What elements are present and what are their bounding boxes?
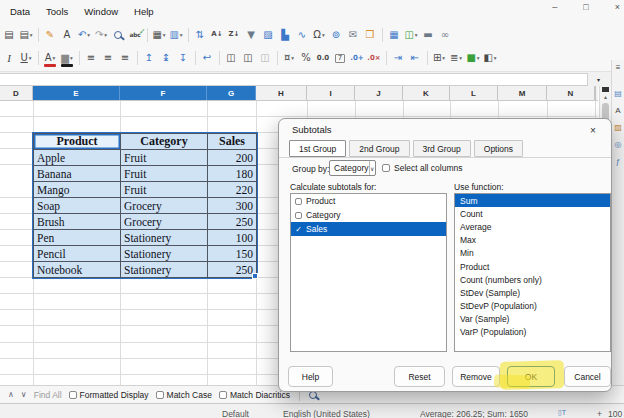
cell[interactable]: Stationery (121, 262, 208, 278)
column-header-D[interactable]: D (0, 86, 33, 100)
freeze-panes-icon[interactable]: ◫▾ (403, 26, 419, 44)
menu-item-data[interactable]: Data (10, 6, 30, 17)
column-header-L[interactable]: L (450, 86, 498, 100)
increase-indent-icon[interactable]: ⇥ (390, 49, 406, 67)
styles-icon[interactable]: A (615, 107, 620, 115)
cell[interactable]: Grocery (121, 198, 208, 214)
clear-formatting-icon[interactable]: A (59, 26, 75, 44)
scrollbar-split-handle[interactable] (602, 87, 609, 92)
sort-ascending-icon[interactable]: A↓ (209, 26, 225, 44)
sort-icon[interactable]: ⇅ (192, 26, 208, 44)
italic-icon[interactable]: I (1, 49, 17, 67)
scroll-up-icon[interactable]: ▲ (600, 94, 611, 100)
align-center-icon[interactable]: ≡ (100, 49, 116, 67)
column-header-I[interactable]: I (307, 86, 355, 100)
hyperlink-icon[interactable]: ⊚ (328, 26, 344, 44)
column-header-E[interactable]: E (33, 86, 120, 100)
copy-icon[interactable]: ▤ (1, 26, 17, 44)
function-option[interactable]: StDev (Sample) (455, 286, 610, 299)
insert-image-icon[interactable]: ▨ (260, 26, 276, 44)
unmerge-cells-icon[interactable]: ◫ (257, 49, 273, 67)
currency-format-icon[interactable]: ¤▾ (281, 49, 297, 67)
dropdown-caret-icon[interactable]: ▾ (163, 32, 166, 38)
function-option[interactable]: Var (Sample) (455, 313, 610, 326)
cell[interactable]: Pen (34, 230, 121, 246)
sort-descending-icon[interactable]: Z↓ (226, 26, 242, 44)
cell[interactable]: 250 (208, 262, 257, 278)
cell[interactable]: Apple (34, 150, 121, 166)
menu-item-tools[interactable]: Tools (46, 6, 68, 17)
find-next-button[interactable]: ∨ (21, 390, 27, 399)
autofilter-icon[interactable]: ▼ (243, 26, 259, 44)
spelling-icon[interactable]: abc (127, 26, 143, 44)
cell[interactable]: Brush (34, 214, 121, 230)
comment-icon[interactable]: ✉ (345, 26, 361, 44)
highlight-color-icon[interactable]: ▆▾ (59, 49, 75, 67)
cell[interactable]: 250 (208, 214, 257, 230)
insert-column-icon[interactable]: ▥▾ (168, 26, 184, 44)
column-header-K[interactable]: K (403, 86, 450, 100)
redo-icon[interactable]: ↷▾ (93, 26, 109, 44)
dialog-close-icon[interactable]: × (586, 123, 600, 137)
merge-cells-icon[interactable]: ◫ (240, 49, 256, 67)
column-header-G[interactable]: G (207, 86, 256, 100)
navigator-icon[interactable]: ◎ (615, 141, 622, 149)
cell[interactable]: Fruit (121, 150, 208, 166)
wrap-text-icon[interactable]: ↩ (199, 49, 215, 67)
cell[interactable]: Notebook (34, 262, 121, 278)
ok-button[interactable]: OK (507, 366, 555, 387)
tab-options[interactable]: Options (474, 140, 523, 157)
column-header-H[interactable]: H (256, 86, 307, 100)
cell[interactable]: Banana (34, 166, 121, 182)
function-option[interactable]: Sum (455, 194, 610, 207)
decrease-indent-icon[interactable]: ⇤ (407, 49, 423, 67)
selection-fill-handle[interactable] (252, 273, 258, 279)
merge-center-icon[interactable]: ◫ (223, 49, 239, 67)
column-header-J[interactable]: J (355, 86, 403, 100)
undo-icon[interactable]: ↶▾ (76, 26, 92, 44)
group-by-select[interactable]: Category ∨ (329, 160, 376, 176)
header-cell-category[interactable]: Category (121, 134, 208, 150)
zoom-in-icon[interactable]: + (597, 409, 602, 418)
maximize-button[interactable]: □ (583, 2, 588, 12)
insert-row-icon[interactable]: ▦▾ (151, 26, 167, 44)
functions-icon[interactable]: ƒ (616, 158, 620, 166)
close-button[interactable]: × (615, 2, 620, 12)
find-replace-icon[interactable] (110, 26, 126, 44)
cell[interactable]: Stationery (121, 246, 208, 262)
cell[interactable]: Pencil (34, 246, 121, 262)
dropdown-caret-icon[interactable]: ▾ (87, 32, 90, 38)
sidebar-settings-icon[interactable]: ≡ (616, 64, 621, 72)
dropdown-caret-icon[interactable]: ▾ (53, 55, 56, 61)
dropdown-caret-icon[interactable]: ▾ (459, 55, 462, 61)
number-format-icon[interactable]: 0.0 (315, 49, 331, 67)
tab-3rd-group[interactable]: 3rd Group (413, 140, 471, 157)
function-option[interactable]: Count (numbers only) (455, 273, 610, 286)
shapes-icon[interactable]: ∞ (437, 26, 453, 44)
function-option[interactable]: Product (455, 260, 610, 273)
select-all-checkbox[interactable] (382, 164, 390, 172)
menu-item-window[interactable]: Window (84, 6, 118, 17)
dropdown-caret-icon[interactable]: ▾ (291, 55, 294, 61)
function-option[interactable]: Count (455, 207, 610, 220)
help-button[interactable]: Help (288, 366, 333, 387)
dropdown-caret-icon[interactable]: ▾ (30, 32, 33, 38)
dropdown-caret-icon[interactable]: ▾ (104, 32, 107, 38)
border-style-icon[interactable]: ≣▾ (448, 49, 464, 67)
cell[interactable]: Fruit (121, 166, 208, 182)
checkbox[interactable] (295, 198, 302, 205)
formula-input[interactable] (0, 73, 588, 86)
clone-formatting-icon[interactable]: ✎ (42, 26, 58, 44)
tab-1st-group[interactable]: 1st Group (289, 140, 346, 157)
properties-icon[interactable]: ▤ (614, 90, 622, 98)
center-vertically-icon[interactable]: ↨ (158, 49, 174, 67)
header-cell-product[interactable]: Product (34, 134, 121, 150)
subtotal-column-product[interactable]: Product (291, 194, 446, 208)
dropdown-caret-icon[interactable]: ▾ (494, 55, 497, 61)
subtotal-column-category[interactable]: Category (291, 208, 446, 222)
cell[interactable]: 300 (208, 198, 257, 214)
underline-icon[interactable]: U▾ (18, 49, 34, 67)
find-option-formatted-display[interactable]: Formatted Display (69, 390, 149, 400)
menu-item-help[interactable]: Help (134, 6, 154, 17)
header-cell-sales[interactable]: Sales (208, 134, 257, 150)
